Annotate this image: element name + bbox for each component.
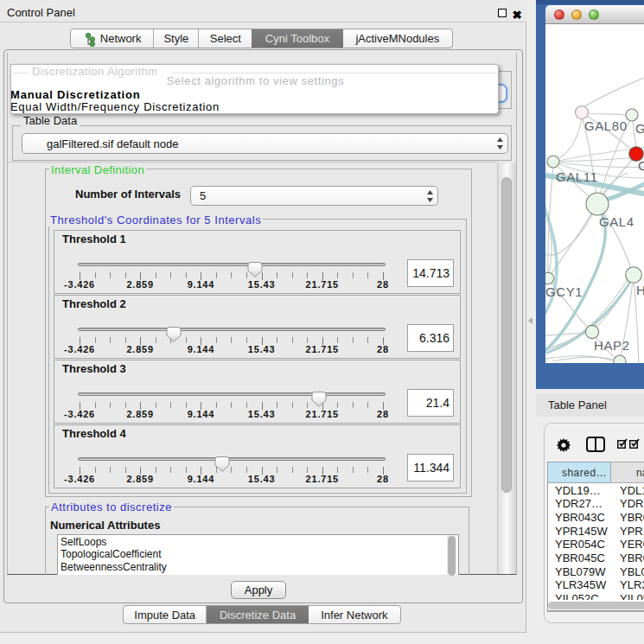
svg-text:GAL4: GAL4 xyxy=(599,214,634,229)
svg-text:HA: HA xyxy=(636,283,644,297)
svg-text:GAL80: GAL80 xyxy=(584,118,628,133)
svg-text:GAL11: GAL11 xyxy=(556,169,598,184)
svg-text:HAP2: HAP2 xyxy=(594,338,630,353)
svg-text:CY: CY xyxy=(638,158,644,173)
svg-text:GA: GA xyxy=(635,121,644,136)
svg-text:GCY1: GCY1 xyxy=(545,284,583,299)
